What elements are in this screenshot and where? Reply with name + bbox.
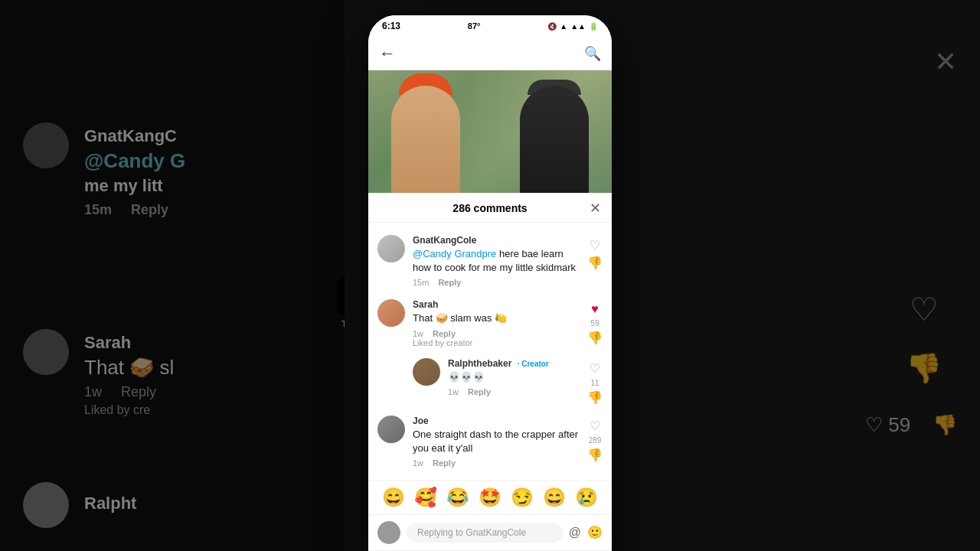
comment-time-2: 1w (413, 329, 423, 338)
emoji-smile[interactable]: 😄 (543, 487, 566, 508)
comment-meta-1: 15m Reply (413, 278, 580, 287)
phone-frame: 6:13 87° 🔇 ▲ ▲▲ 🔋 ← 🔍 286 comments ✕ (368, 15, 612, 551)
at-button[interactable]: @ (569, 526, 581, 540)
bg-text-2: Sarah That 🥪 sl 1w Reply Liked by cre (84, 333, 174, 417)
like-button-3[interactable]: ♡ (590, 419, 600, 433)
comment-actions-2: ♥ 59 👎 (587, 299, 603, 347)
table-row: GnatKangCole @Candy Grandpre here bae le… (368, 229, 612, 293)
comment-body-reply: Ralphthebaker · Creator 💀💀💀 1w Reply (448, 358, 580, 405)
bg-avatar-2 (23, 329, 69, 375)
avatar (413, 358, 440, 386)
reply-input-bar: Replying to GnatKangCole @ 🙂 (368, 514, 612, 550)
liked-by-creator: Liked by creator (413, 338, 580, 347)
bg-thumb-icon: 👎 (906, 351, 942, 385)
avatar (377, 299, 405, 327)
comment-text-1: @Candy Grandpre here bae learn how to co… (413, 247, 580, 275)
emoji-sad[interactable]: 😢 (575, 487, 598, 508)
emoji-wow[interactable]: 🤩 (479, 487, 501, 508)
bg-avatar-3 (23, 482, 69, 528)
comment-body-2: Sarah That 🥪 slam was 🍋 1w Reply Liked b… (413, 299, 580, 347)
comment-list: GnatKangCole @Candy Grandpre here bae le… (368, 223, 612, 480)
comments-section: 286 comments ✕ GnatKangCole @Candy Grand… (368, 193, 612, 551)
bg-heart-icon: ♡ (910, 291, 939, 328)
comment-text-2: That 🥪 slam was 🍋 (413, 311, 580, 325)
table-row: Sarah That 🥪 slam was 🍋 1w Reply Liked b… (368, 293, 612, 353)
avatar (377, 235, 405, 262)
avatar (377, 416, 405, 443)
reply-button-reply[interactable]: Reply (468, 387, 491, 396)
bg-right-actions: ♡ 👎 (906, 230, 942, 385)
creator-badge: · Creator (518, 360, 549, 368)
emoji-button[interactable]: 🙂 (587, 525, 603, 540)
comment-time-3: 1w (413, 458, 423, 468)
like-button-2[interactable]: ♥ (591, 302, 599, 316)
reply-avatar (377, 521, 400, 544)
comment-text-3: One straight dash to the crapper after y… (413, 428, 580, 455)
wifi-icon: ▲ (560, 22, 567, 31)
bg-close-icon: ✕ (934, 46, 957, 78)
comments-header: 286 comments ✕ (368, 193, 612, 223)
like-count-reply: 11 (590, 379, 599, 387)
comment-username-2: Sarah (413, 299, 580, 310)
bg-text-1: GnatKangC @Candy G me my litt 15m Reply (84, 126, 185, 218)
video-thumbnail (368, 70, 612, 193)
comment-username-reply: Ralphthebaker · Creator (448, 358, 580, 369)
reply-input[interactable]: Replying to GnatKangCole (407, 523, 563, 543)
bg-like-count: ♡ 59 👎 (865, 413, 957, 437)
comment-meta-reply: 1w Reply (448, 387, 580, 396)
comment-actions-1: ♡ 👎 (587, 235, 603, 287)
comment-meta-3: 1w Reply (413, 458, 580, 468)
battery-icon: 🔋 (589, 22, 598, 31)
table-row: Ralphthebaker · Creator 💀💀💀 1w Reply ♡ 1… (368, 354, 612, 409)
emoji-bar: 😄 🥰 😂 🤩 😏 😄 😢 (368, 480, 612, 514)
comment-body-3: Joe One straight dash to the crapper aft… (413, 416, 580, 468)
like-button-1[interactable]: ♡ (590, 238, 600, 253)
tiktok-watermark: TikTo... @tar... (337, 278, 345, 337)
emoji-smirk[interactable]: 😏 (511, 487, 534, 508)
reply-button-3[interactable]: Reply (433, 458, 456, 468)
comment-time-reply: 1w (448, 387, 459, 396)
comment-actions-3: ♡ 289 👎 (587, 416, 603, 468)
comment-username-1: GnatKangCole (413, 235, 580, 246)
mention-1: @Candy Grandpre (413, 248, 496, 259)
comment-meta-2: 1w Reply (413, 329, 580, 338)
emoji-grin[interactable]: 😄 (382, 487, 405, 508)
dislike-button-3[interactable]: 👎 (587, 448, 603, 462)
dislike-button-reply[interactable]: 👎 (587, 390, 603, 405)
status-icons: 🔇 ▲ ▲▲ 🔋 (547, 22, 598, 31)
comment-time-1: 15m (413, 278, 429, 287)
bg-avatar-1 (23, 122, 69, 168)
comments-close-button[interactable]: ✕ (590, 200, 601, 217)
search-button[interactable]: 🔍 (584, 45, 601, 62)
emoji-laugh[interactable]: 😂 (446, 487, 469, 508)
signal-icon: ▲▲ (570, 22, 586, 31)
dislike-button-1[interactable]: 👎 (587, 256, 603, 270)
back-button[interactable]: ← (379, 44, 396, 64)
bg-left-panel: GnatKangC @Candy G me my litt 15m Reply … (0, 0, 345, 551)
mute-icon: 🔇 (547, 22, 557, 31)
nav-bar: ← 🔍 (368, 37, 612, 70)
comment-username-3: Joe (413, 416, 580, 426)
comment-actions-reply: ♡ 11 👎 (587, 358, 603, 405)
table-row: Joe One straight dash to the crapper aft… (368, 409, 612, 474)
bg-text-3: Ralpht (84, 494, 136, 514)
like-count-2: 59 (590, 319, 599, 328)
dislike-button-2[interactable]: 👎 (587, 331, 603, 345)
status-temp: 87° (468, 21, 481, 31)
reply-button-2[interactable]: Reply (433, 329, 456, 338)
like-button-reply[interactable]: ♡ (590, 361, 600, 376)
like-count-3: 289 (589, 436, 602, 445)
comment-body-1: GnatKangCole @Candy Grandpre here bae le… (413, 235, 580, 287)
comment-text-reply: 💀💀💀 (448, 370, 580, 384)
comments-title: 286 comments (452, 202, 527, 214)
status-bar: 6:13 87° 🔇 ▲ ▲▲ 🔋 (368, 15, 612, 37)
emoji-love[interactable]: 🥰 (414, 487, 437, 508)
reply-button-1[interactable]: Reply (438, 278, 461, 287)
status-time: 6:13 (382, 21, 400, 31)
